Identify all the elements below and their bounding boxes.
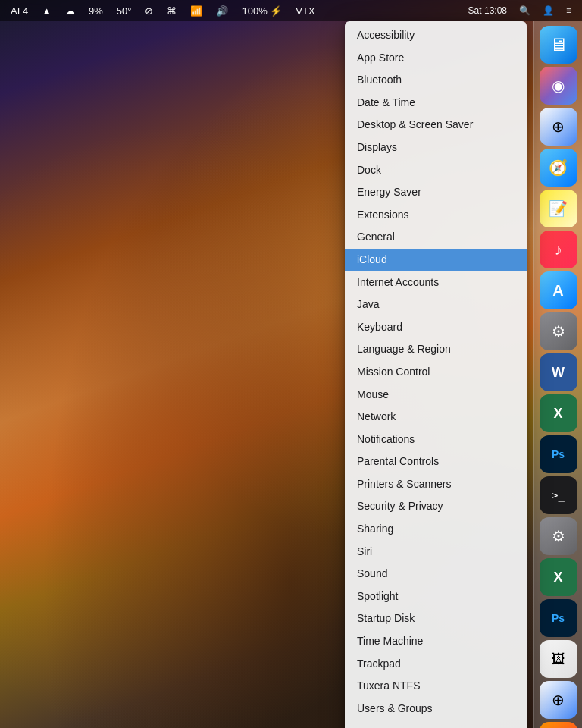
menu-item-users[interactable]: Users & Groups	[345, 698, 527, 720]
menu-item-displays[interactable]: Displays	[345, 136, 527, 159]
menubar-volume[interactable]: 🔊	[213, 5, 231, 17]
menubar-battery-percent: 9%	[86, 5, 106, 17]
menu-item-appstore[interactable]: App Store	[345, 47, 527, 70]
menu-item-extensions[interactable]: Extensions	[345, 204, 527, 227]
dock-icon-photos[interactable]: ⬡	[540, 722, 577, 728]
menu-item-mouse[interactable]: Mouse	[345, 384, 527, 406]
menubar-temp: 50°	[114, 5, 135, 17]
menu-item-parental-controls[interactable]: Parental Controls	[345, 450, 527, 473]
menubar: AI 4 ▲ ☁ 9% 50° ⊘ ⌘ 📶 🔊 100% ⚡ VTX Sat 1…	[0, 0, 582, 21]
menubar-dropbox[interactable]: ▲	[39, 5, 55, 17]
menu-item-java[interactable]: Java	[345, 293, 527, 316]
dock-icon-settings2[interactable]: ⚙	[540, 517, 577, 555]
menu-item-general[interactable]: General	[345, 226, 527, 249]
menubar-left: AI 4 ▲ ☁ 9% 50° ⊘ ⌘ 📶 🔊 100% ⚡ VTX	[8, 5, 318, 17]
dock-icon-chrome2[interactable]: ⊕	[540, 681, 577, 719]
dock-icon-excel2[interactable]: X	[540, 558, 577, 596]
menu-item-internet-accounts[interactable]: Internet Accounts	[345, 271, 527, 294]
menubar-menu-icon[interactable]: ≡	[563, 5, 574, 16]
menubar-do-not-disturb[interactable]: ⊘	[142, 5, 156, 17]
menu-item-datetime[interactable]: Date & Time	[345, 92, 527, 115]
menu-item-tuxera[interactable]: Tuxera NTFS	[345, 675, 527, 698]
dock-icon-siri[interactable]: ◉	[540, 67, 577, 105]
menu-item-accessibility[interactable]: Accessibility	[345, 24, 527, 47]
dock-icon-photoshop[interactable]: Ps	[540, 435, 577, 473]
dock-icon-safari[interactable]: 🧭	[540, 149, 577, 187]
dock-icon-settings[interactable]: ⚙	[540, 312, 577, 350]
dock-icon-music[interactable]: ♪	[540, 231, 577, 268]
menubar-wifi[interactable]: 📶	[187, 5, 205, 17]
dock-icon-terminal[interactable]: >_	[540, 476, 577, 514]
menubar-time: Sat 13:08	[465, 5, 510, 16]
dock-icon-notes[interactable]: 📝	[540, 190, 577, 228]
menu-item-security[interactable]: Security & Privacy	[345, 495, 527, 518]
menu-item-siri[interactable]: Siri	[345, 541, 527, 563]
menu-item-startup-disk[interactable]: Startup Disk	[345, 607, 527, 630]
dock-icon-word[interactable]: W	[540, 353, 577, 391]
menu-item-language[interactable]: Language & Region	[345, 338, 527, 361]
menu-item-keyboard[interactable]: Keyboard	[345, 316, 527, 339]
menu-item-icloud[interactable]: iCloud	[345, 249, 527, 271]
menubar-bluetooth[interactable]: ⌘	[164, 5, 180, 17]
menu-item-mission-control[interactable]: Mission Control	[345, 361, 527, 384]
menu-item-sharing[interactable]: Sharing	[345, 518, 527, 541]
menu-item-time-machine[interactable]: Time Machine	[345, 630, 527, 653]
menubar-battery: 100% ⚡	[239, 5, 285, 17]
menu-separator-1	[345, 723, 527, 723]
context-menu: Accessibility App Store Bluetooth Date &…	[345, 21, 527, 728]
menu-item-sound[interactable]: Sound	[345, 563, 527, 585]
dock-icon-finder[interactable]: 🖥	[540, 26, 577, 64]
dock-icon-chrome[interactable]: ⊕	[540, 108, 577, 146]
menu-item-bluetooth[interactable]: Bluetooth	[345, 69, 527, 92]
menubar-search-icon[interactable]: 🔍	[516, 5, 534, 16]
menu-item-notifications[interactable]: Notifications	[345, 428, 527, 451]
menu-item-energy[interactable]: Energy Saver	[345, 181, 527, 204]
menu-item-desktop[interactable]: Desktop & Screen Saver	[345, 114, 527, 136]
menu-item-printers[interactable]: Printers & Scanners	[345, 473, 527, 496]
menu-item-trackpad[interactable]: Trackpad	[345, 653, 527, 676]
menubar-vtx[interactable]: VTX	[293, 5, 318, 17]
menubar-cloud[interactable]: ☁	[62, 5, 78, 17]
dock: 🖥 ◉ ⊕ 🧭 📝 ♪ A ⚙ W X Ps >_ ⚙ X Ps 🖼 ⊕	[534, 21, 582, 728]
menubar-ai4[interactable]: AI 4	[8, 5, 31, 17]
menubar-user-icon[interactable]: 👤	[540, 5, 557, 16]
dock-icon-ps2[interactable]: Ps	[540, 599, 577, 637]
menubar-right: Sat 13:08 🔍 👤 ≡	[465, 5, 574, 16]
dock-icon-excel[interactable]: X	[540, 394, 577, 432]
menu-item-spotlight[interactable]: Spotlight	[345, 585, 527, 608]
dock-icon-preview[interactable]: 🖼	[540, 640, 577, 678]
dock-icon-appstore[interactable]: A	[540, 271, 577, 309]
menu-item-network[interactable]: Network	[345, 406, 527, 428]
menu-item-dock[interactable]: Dock	[345, 159, 527, 182]
